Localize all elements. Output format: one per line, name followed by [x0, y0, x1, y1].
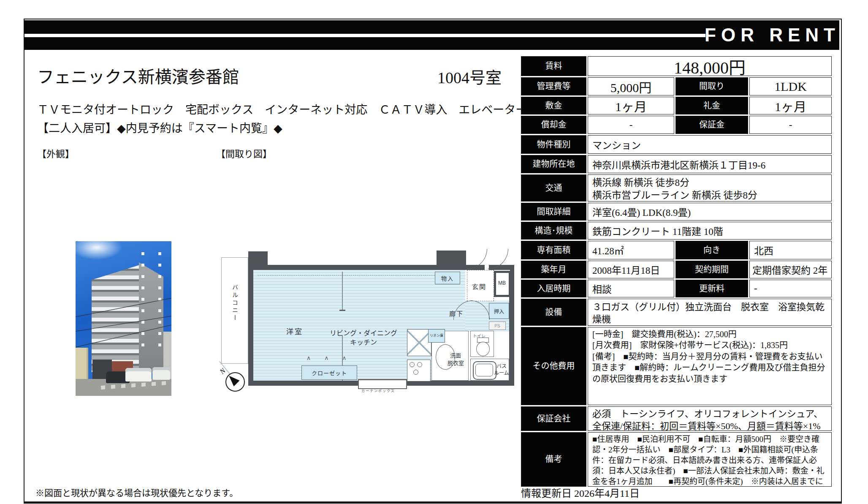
wall-right [509, 296, 514, 386]
deposit-label: 敷金 [521, 97, 586, 114]
storage-top-box: 物入 [435, 272, 460, 284]
bottom-window [358, 379, 407, 389]
move-in-label: 入居時期 [521, 280, 586, 297]
table-row: 償却金 - 保証金 - [521, 116, 832, 134]
deposit-value: 1ヶ月 [588, 97, 674, 114]
key-money-value: 1ヶ月 [749, 97, 832, 114]
guarantee-deposit-value: - [749, 116, 832, 134]
room-number: 1004号室 [437, 65, 502, 88]
table-row: 敷金 1ヶ月 礼金 1ヶ月 [521, 97, 832, 114]
other-costs-label: その他費用 [521, 327, 586, 405]
header-stripe [24, 34, 705, 37]
table-row: 築年月 2008年11月18日 契約期間 定期借家契約 2年 [521, 261, 832, 278]
table-row: 専有面積 41.28㎡ 向き 北西 [521, 241, 832, 259]
floorplan-section-label: 【間取り図】 [216, 146, 272, 160]
washroom-label-line2: 脱衣室 [448, 359, 464, 367]
closet-box: クローゼット [301, 365, 357, 380]
built-label: 築年月 [521, 261, 586, 278]
mb-label: MB [498, 280, 506, 286]
table-row: 建物所在地 神奈川県横浜市港北区新横浜１丁目19-6 [521, 155, 832, 173]
flyer-page: FOR RENT フェニックス新横濱参番館 1004号室 ＴＶモニタ付オートロッ… [0, 0, 868, 504]
rent-value: 148,000円 [588, 56, 832, 76]
other-costs-line3: [備考] ■契約時：当月分＋翌月分の賃料・管理費をお支払い頂きます ■解約時：ル… [592, 351, 827, 384]
property-type-value: マンション [588, 135, 832, 154]
bath-label-line2: ルーム [494, 369, 509, 376]
building-photo [76, 241, 171, 396]
stove-burner [410, 362, 415, 367]
window-strip [141, 252, 144, 349]
table-row: 保証会社 必須 トーシンライフ、オリコフォレントインシュア、全保連/保証料：初回… [521, 406, 832, 431]
table-row: 物件種別 マンション [521, 135, 832, 154]
table-row: その他費用 [一時金] 鍵交換費用(税込)：27,500円 [月次費用] 家財保… [521, 327, 832, 405]
area-value: 41.28㎡ [588, 241, 674, 259]
linen-box: リネン庫 [428, 329, 445, 343]
curtain-rail-line [258, 275, 460, 275]
contract-value: 定期借家契約 2年 [749, 261, 832, 278]
renewal-fee-value: - [749, 280, 832, 297]
other-costs-value: [一時金] 鍵交換費用(税込)：27,500円 [月次費用] 家財保険+付帯サー… [588, 327, 832, 405]
table-row: 構造･規模 鉄筋コンクリート 11階建 10階 [521, 222, 832, 240]
structure-value: 鉄筋コンクリート 11階建 10階 [588, 222, 832, 240]
details-table: 賃料 148,000円 管理費等 5,000円 間取り 1LDK 敷金 1ヶ月 … [521, 56, 832, 487]
stove-burner [417, 362, 422, 367]
equipment-label: 設備 [521, 299, 586, 326]
other-costs-line1: [一時金] 鍵交換費用(税込)：27,500円 [592, 329, 827, 340]
ldk-label-line1: リビング・ダイニング [328, 327, 399, 338]
bath-label-line1: バス [496, 362, 507, 369]
table-row: 備考 ■住居専用 ■民泊利用不可 ■自転車：月額500円 ※要空き確認・2年分一… [521, 432, 832, 487]
table-row: 賃料 148,000円 [521, 56, 832, 76]
info-update-date: 情報更新日 2026年4月11日 [521, 485, 640, 500]
building-balcony-face [92, 265, 140, 372]
madori-value: 1LDK [749, 77, 832, 95]
equipment-line1: ３口ガス（グリル付）独立洗面台 脱衣室 浴室換気乾燥機 [592, 301, 827, 325]
storage-right-box: 押入 [489, 303, 509, 319]
madori-label: 間取り [675, 77, 748, 95]
drawing-disclaimer: ※図面と現状が異なる場合は現状優先となります。 [35, 486, 238, 499]
mgmt-fee-value: 5,000円 [588, 77, 674, 95]
features-line1: ＴＶモニタ付オートロック 宅配ボックス インターネット対応 ＣＡＴＶ導入 エレベ… [37, 101, 527, 117]
parked-van [152, 367, 170, 380]
address-label: 建物所在地 [521, 155, 586, 173]
equipment-value: ３口ガス（グリル付）独立洗面台 脱衣室 浴室換気乾燥機 追焚 温水洗浄便座 角部… [588, 299, 832, 326]
key-money-label: 礼金 [675, 97, 748, 114]
table-row: 交通 横浜線 新横浜 徒歩8分 横浜市営ブルーライン 新横浜 徒歩8分 [521, 174, 832, 202]
balcony-label: バルコニー [231, 284, 239, 322]
layout-detail-label: 間取詳細 [521, 203, 586, 221]
mgmt-fee-label: 管理費等 [521, 77, 586, 95]
bathtub-inner [475, 364, 493, 376]
table-row: 入居時期 相談 更新料 - [521, 280, 832, 297]
access-value: 横浜線 新横浜 徒歩8分 横浜市営ブルーライン 新横浜 徒歩8分 [588, 174, 832, 202]
address-value: 神奈川県横浜市港北区新横浜１丁目19-6 [588, 155, 832, 173]
area-label: 専有面積 [521, 241, 586, 259]
remarks-label: 備考 [521, 432, 586, 487]
amortization-value: - [588, 116, 674, 134]
table-row: 管理費等 5,000円 間取り 1LDK [521, 77, 832, 95]
property-type-label: 物件種別 [521, 135, 586, 154]
window-marks: ∧ ∧ ∧ [307, 354, 353, 361]
remarks-value: ■住居専用 ■民泊利用不可 ■自転車：月額500円 ※要空き確認・2年分一括払い… [588, 432, 832, 487]
ldk-label-line2: キッチン [328, 337, 399, 347]
cloud [76, 241, 122, 260]
exterior-section-label: 【外観】 [37, 146, 74, 160]
renewal-fee-label: 更新料 [675, 280, 748, 297]
rent-label: 賃料 [521, 56, 586, 76]
table-row: 設備 ３口ガス（グリル付）独立洗面台 脱衣室 浴室換気乾燥機 追焚 温水洗浄便座… [521, 299, 832, 326]
western-room-label: 洋室 [286, 326, 303, 336]
stove-burner [413, 370, 418, 375]
curtain-box-label: カーテンボックス [361, 388, 395, 393]
toilet-bowl [476, 342, 490, 356]
guarantor-label: 保証会社 [521, 406, 586, 431]
table-row: 間取詳細 洋室(6.4畳) LDK(8.9畳) [521, 203, 832, 221]
guarantee-deposit-label: 保証金 [675, 116, 748, 134]
property-name: フェニックス新横濱参番館 [37, 63, 239, 88]
equipment-line2: 追焚 温水洗浄便座 角部屋 二面採光 [592, 325, 827, 326]
move-in-value: 相談 [588, 280, 674, 297]
layout-detail-value: 洋室(6.4畳) LDK(8.9畳) [588, 203, 832, 221]
washroom-label-line1: 洗面 [450, 351, 461, 359]
for-rent-banner: FOR RENT [705, 20, 839, 50]
wall-left [248, 265, 253, 386]
access-label: 交通 [521, 174, 586, 202]
floor-plan: バルコニー PS 玄関 MB 物入 押入 PS 廊下 洋室 リビング・ダイニング [219, 246, 522, 395]
built-value: 2008年11月18日 [588, 261, 674, 278]
compass-n-label: N [218, 367, 228, 376]
